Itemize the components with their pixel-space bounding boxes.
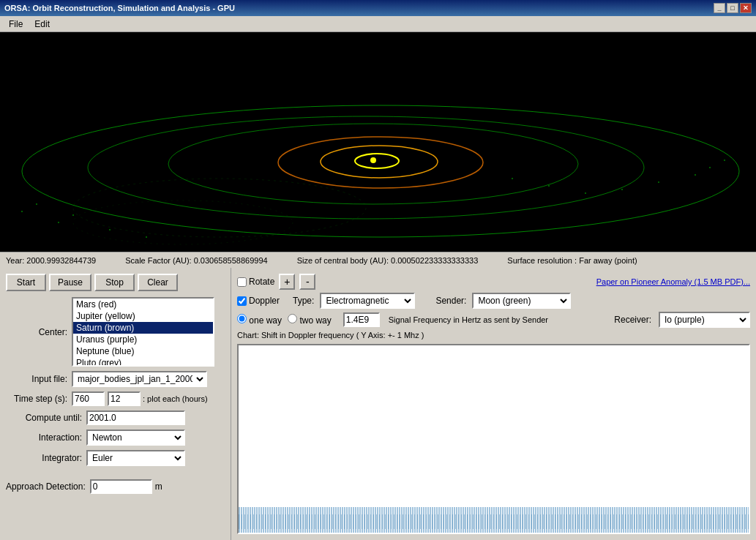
svg-point-23 [724, 160, 725, 161]
pdf-link[interactable]: Paper on Pioneer Anomaly (1.5 MB PDF)... [596, 277, 750, 286]
sender-select[interactable]: Moon (green) Sun Earth [472, 293, 571, 309]
svg-point-19 [621, 189, 623, 190]
approach-unit: m [155, 481, 162, 492]
svg-point-14 [58, 222, 59, 223]
signal-row: one way two way Signal Frequency in Hert… [237, 312, 750, 328]
svg-point-10 [72, 214, 74, 216]
svg-point-16 [512, 178, 513, 179]
list-item-pluto[interactable]: Pluto (grey) [73, 357, 213, 367]
right-top-row: Rotate + - Paper on Pioneer Anomaly (1.5… [237, 274, 750, 290]
status-central-body: Size of central body (AU): 0.00050223333… [297, 256, 479, 265]
doppler-checkbox-label[interactable]: Doppler [237, 296, 280, 306]
type-select[interactable]: Electromagnetic Gravitational [320, 293, 415, 309]
chart-svg [239, 345, 749, 533]
approach-input[interactable]: 0 [90, 479, 152, 494]
window-controls: _ □ ✕ [714, 3, 752, 13]
stop-button[interactable]: Stop [94, 274, 135, 291]
radio-group: one way two way [237, 314, 332, 326]
approach-row: Approach Detection: 0 m [6, 479, 225, 494]
input-file-select[interactable]: major_bodies_jpl_jan_1_2000.start [72, 371, 207, 387]
approach-label: Approach Detection: [6, 481, 90, 492]
pause-button[interactable]: Pause [49, 274, 91, 291]
right-panel: Rotate + - Paper on Pioneer Anomaly (1.5… [231, 268, 756, 540]
svg-point-21 [695, 174, 696, 176]
timestep-row: Time step (s): 760 12 : plot each (hours… [6, 391, 225, 406]
integrator-label: Integrator: [6, 453, 86, 463]
compute-until-row: Compute until: 2001.0 [6, 410, 225, 425]
status-scale: Scale Factor (AU): 0.030658558869994 [125, 256, 267, 265]
orbit-viewport [0, 32, 756, 252]
list-item-jupiter[interactable]: Jupiter (yellow) [73, 310, 213, 322]
integrator-row: Integrator: Euler Runge-Kutta Leapfrog [6, 450, 225, 466]
receiver-select[interactable]: Io (purple) Europa Ganymede [659, 312, 750, 328]
signal-label: Signal Frequency in Hertz as sent by Sen… [389, 315, 548, 324]
close-button[interactable]: ✕ [740, 3, 752, 13]
list-item-saturn[interactable]: Saturn (brown) [73, 322, 213, 334]
start-button[interactable]: Start [6, 274, 46, 291]
twoway-radio[interactable] [288, 314, 297, 323]
svg-rect-24 [239, 345, 749, 533]
plus-button[interactable]: + [279, 274, 295, 290]
timestep-label: Time step (s): [6, 394, 72, 404]
twoway-label[interactable]: two way [288, 314, 332, 326]
center-listbox-container: Mars (red) Jupiter (yellow) Saturn (brow… [72, 297, 214, 367]
interaction-select[interactable]: Newton General Relativity [86, 430, 185, 446]
oneway-radio[interactable] [237, 314, 247, 323]
chart-title-label: Chart: Shift in Doppler frequency ( Y Ax… [237, 331, 750, 340]
menu-edit[interactable]: Edit [29, 18, 56, 31]
window-title: ORSA: Orbit Reconstruction, Simulation a… [4, 4, 235, 12]
doppler-row: Doppler Type: Electromagnetic Gravitatio… [237, 293, 750, 309]
list-item-neptune[interactable]: Neptune (blue) [73, 345, 213, 357]
doppler-label: Doppler [249, 296, 280, 306]
rotate-label: Rotate [249, 277, 274, 287]
bottom-panel: Start Pause Stop Clear Center: Mars (red… [0, 268, 756, 540]
svg-point-7 [370, 157, 376, 163]
svg-point-18 [585, 192, 586, 194]
doppler-checkbox[interactable] [237, 296, 247, 306]
svg-point-22 [709, 167, 711, 168]
receiver-label: Receiver: [614, 315, 651, 325]
svg-point-17 [548, 185, 550, 187]
rotate-checkbox[interactable] [237, 277, 247, 287]
compute-until-input[interactable]: 2001.0 [86, 410, 185, 425]
input-file-label: Input file: [6, 374, 72, 384]
input-file-row: Input file: major_bodies_jpl_jan_1_2000.… [6, 371, 225, 387]
list-item-uranus[interactable]: Uranus (purple) [73, 334, 213, 345]
svg-point-13 [146, 236, 147, 238]
minimize-button[interactable]: _ [714, 3, 725, 13]
list-item-mars[interactable]: Mars (red) [73, 299, 213, 310]
left-panel: Start Pause Stop Clear Center: Mars (red… [0, 268, 231, 540]
svg-point-11 [109, 229, 111, 230]
signal-frequency-input[interactable] [343, 312, 380, 327]
status-resolution: Surface resolution : Far away (point) [507, 256, 637, 265]
plot-each-input[interactable]: 12 [108, 391, 141, 406]
rotate-checkbox-label[interactable]: Rotate [237, 277, 274, 287]
timestep-input[interactable]: 760 [72, 391, 105, 406]
status-year: Year: 2000.99932844739 [6, 256, 96, 265]
compute-until-label: Compute until: [6, 413, 86, 423]
title-bar: ORSA: Orbit Reconstruction, Simulation a… [0, 0, 756, 16]
plot-label: : plot each (hours) [143, 394, 208, 403]
type-label: Type: [293, 296, 314, 306]
center-listbox[interactable]: Mars (red) Jupiter (yellow) Saturn (brow… [72, 297, 214, 367]
control-buttons: Start Pause Stop Clear [6, 274, 225, 291]
maximize-button[interactable]: □ [727, 3, 738, 13]
doppler-chart [237, 344, 750, 534]
orbit-canvas [0, 32, 756, 252]
rotate-row: Rotate + - [237, 274, 315, 290]
status-bar: Year: 2000.99932844739 Scale Factor (AU)… [0, 252, 756, 268]
sender-label: Sender: [435, 296, 466, 306]
center-row: Center: Mars (red) Jupiter (yellow) Satu… [6, 297, 225, 367]
interaction-row: Interaction: Newton General Relativity [6, 430, 225, 446]
center-label: Center: [6, 327, 72, 337]
svg-point-12 [36, 203, 37, 205]
interaction-label: Interaction: [6, 432, 86, 443]
main-content: Year: 2000.99932844739 Scale Factor (AU)… [0, 32, 756, 540]
svg-point-15 [21, 211, 23, 212]
menu-file[interactable]: File [3, 18, 29, 31]
minus-button[interactable]: - [299, 274, 315, 290]
svg-point-20 [658, 181, 659, 183]
oneway-label[interactable]: one way [237, 314, 282, 326]
clear-button[interactable]: Clear [138, 274, 178, 291]
integrator-select[interactable]: Euler Runge-Kutta Leapfrog [86, 450, 185, 466]
